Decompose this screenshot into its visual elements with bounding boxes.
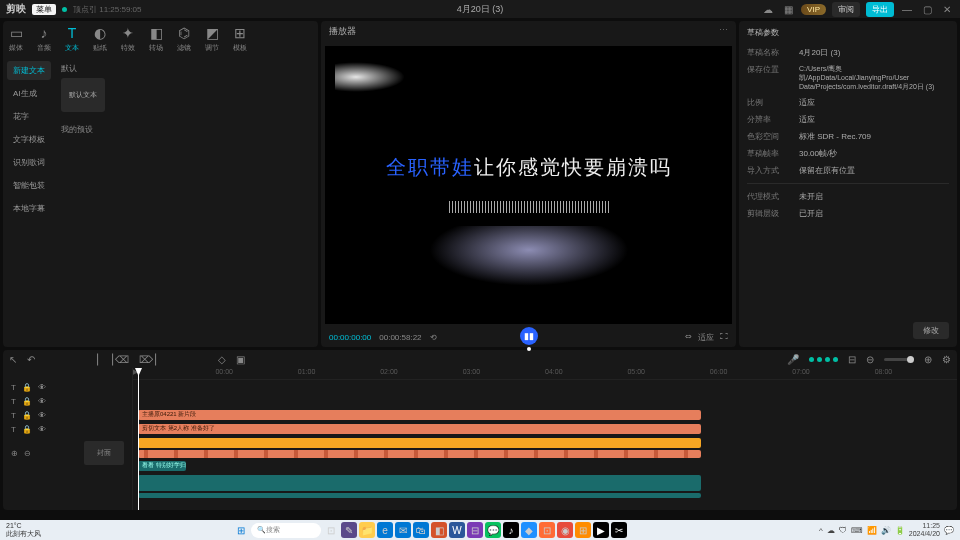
app-icon[interactable]: ⊟: [467, 522, 483, 538]
tab-audio[interactable]: ♪音频: [37, 25, 51, 53]
zoom-out-icon[interactable]: ⊖: [866, 354, 874, 365]
wechat-icon[interactable]: 💬: [485, 522, 501, 538]
app-logo: 剪映: [6, 2, 26, 16]
menu-button[interactable]: 菜单: [32, 4, 56, 15]
clip-audio-main[interactable]: [138, 493, 701, 498]
clip-markers[interactable]: [138, 450, 701, 458]
undo-icon[interactable]: ↶: [27, 354, 35, 365]
clip-sticker[interactable]: [138, 438, 701, 448]
prop-row: 色彩空间标准 SDR - Rec.709: [747, 128, 949, 145]
clip-text-1[interactable]: 主播原04221 新片段: [138, 410, 701, 420]
sidebar-item-newtext[interactable]: 新建文本: [7, 61, 51, 80]
sidebar-item-lyrics[interactable]: 识别歌词: [7, 153, 51, 172]
taskbar-search[interactable]: 🔍 搜索: [251, 523, 321, 538]
zoom-in-icon[interactable]: ⊕: [924, 354, 932, 365]
timeline-tracks[interactable]: ▶00:0001:0002:0003:0004:0005:0006:0007:0…: [133, 368, 957, 510]
tab-effect[interactable]: ✦特效: [121, 25, 135, 53]
chevron-up-icon[interactable]: ^: [819, 526, 823, 535]
minimize-icon[interactable]: —: [900, 2, 914, 16]
tab-transition[interactable]: ◧转场: [149, 25, 163, 53]
divider: [747, 183, 949, 184]
export-button[interactable]: 导出: [866, 2, 894, 17]
playhead[interactable]: [138, 368, 139, 510]
edge-icon[interactable]: e: [377, 522, 393, 538]
effect-icon: ✦: [122, 25, 134, 41]
playback-controls: 00:00:00:00 00:00:58:22 ⟲ ▮▮ ⇔ 适应 ⛶: [321, 328, 736, 347]
app-icon[interactable]: ◆: [521, 522, 537, 538]
scale-button[interactable]: 适应: [698, 332, 714, 343]
system-tray[interactable]: ^ ☁ 🛡 ⌨📶🔊🔋 11:252024/4/20 💬: [819, 522, 954, 538]
jianying-icon[interactable]: ✂: [611, 522, 627, 538]
fullscreen-icon[interactable]: ⛶: [720, 332, 728, 343]
security-icon[interactable]: 🛡: [839, 526, 847, 535]
review-button[interactable]: 审阅: [832, 2, 860, 17]
modify-button[interactable]: 修改: [913, 322, 949, 339]
cloud-icon[interactable]: ☁: [761, 2, 775, 16]
tab-adjust[interactable]: ◩调节: [205, 25, 219, 53]
template-icon: ⊞: [234, 25, 246, 41]
compare-icon[interactable]: ⇔: [685, 332, 692, 343]
split-right-icon[interactable]: ⌦⎮: [139, 354, 158, 365]
freeze-icon[interactable]: ◇: [218, 354, 226, 365]
sidebar-item-smart[interactable]: 智能包装: [7, 176, 51, 195]
zoom-slider[interactable]: [884, 358, 914, 361]
video-content: [335, 62, 405, 92]
app-icon[interactable]: ⊡: [539, 522, 555, 538]
app-icon[interactable]: ✎: [341, 522, 357, 538]
track-header[interactable]: T 🔒👁: [7, 422, 128, 436]
preview-viewport[interactable]: 全职带娃让你感觉快要崩溃吗: [325, 46, 732, 324]
select-tool-icon[interactable]: ↖: [9, 354, 17, 365]
properties-title: 草稿参数: [747, 25, 949, 44]
tab-filter[interactable]: ⌬滤镜: [177, 25, 191, 53]
clip-text-2[interactable]: 剪切文本 第2人称 准备好了: [138, 424, 701, 434]
cloud-tray-icon[interactable]: ☁: [827, 526, 835, 535]
douyin-icon[interactable]: ♪: [503, 522, 519, 538]
auto-toggles[interactable]: [809, 357, 838, 362]
tab-text[interactable]: T文本: [65, 25, 79, 53]
play-button[interactable]: ▮▮: [520, 327, 538, 345]
crop-icon[interactable]: ▣: [236, 354, 245, 365]
sidebar-item-ai[interactable]: AI生成: [7, 84, 51, 103]
tab-sticker[interactable]: ◐贴纸: [93, 25, 107, 53]
track-header[interactable]: T 🔒👁: [7, 394, 128, 408]
store-icon[interactable]: 🛍: [413, 522, 429, 538]
app-icon[interactable]: ⊞: [575, 522, 591, 538]
asset-default-text[interactable]: 默认文本: [61, 78, 105, 112]
split-left-icon[interactable]: ⎮⌫: [110, 354, 129, 365]
time-ruler[interactable]: ▶00:0001:0002:0003:0004:0005:0006:0007:0…: [133, 368, 957, 380]
mail-icon[interactable]: ✉: [395, 522, 411, 538]
cover-track-header[interactable]: ⊕⊖ 封面: [7, 446, 128, 460]
sidebar-item-template[interactable]: 文字模板: [7, 130, 51, 149]
split-icon[interactable]: ⎮: [95, 354, 100, 365]
vip-badge[interactable]: VIP: [801, 4, 826, 15]
maximize-icon[interactable]: ▢: [920, 2, 934, 16]
app-icon[interactable]: ▶: [593, 522, 609, 538]
sidebar-item-fancy[interactable]: 花字: [7, 107, 51, 126]
word-icon[interactable]: W: [449, 522, 465, 538]
app-icon[interactable]: ◉: [557, 522, 573, 538]
layout-icon[interactable]: ▦: [781, 2, 795, 16]
taskview-icon[interactable]: ⊡: [323, 522, 339, 538]
preview-menu-icon[interactable]: ⋯: [719, 25, 728, 38]
mic-icon[interactable]: 🎤: [787, 354, 799, 365]
start-icon[interactable]: ⊞: [233, 522, 249, 538]
current-time: 00:00:00:00: [329, 333, 371, 342]
sidebar-item-local[interactable]: 本地字幕: [7, 199, 51, 218]
settings-icon[interactable]: ⚙: [942, 354, 951, 365]
clip-video-main[interactable]: [138, 475, 701, 491]
weather-widget[interactable]: 21°C此刻有大风: [6, 522, 41, 538]
asset-group-label-2: 我的预设: [61, 124, 312, 135]
track-header[interactable]: T 🔒👁: [7, 380, 128, 394]
align-icon[interactable]: ⊟: [848, 354, 856, 365]
clock[interactable]: 11:252024/4/20: [909, 522, 940, 538]
clip-audio-short[interactable]: 看看 特别好学归: [138, 461, 186, 471]
notifications-icon[interactable]: 💬: [944, 526, 954, 535]
explorer-icon[interactable]: 📁: [359, 522, 375, 538]
loop-icon[interactable]: ⟲: [430, 333, 437, 342]
tab-template[interactable]: ⊞模板: [233, 25, 247, 53]
app-icon[interactable]: ◧: [431, 522, 447, 538]
tab-media[interactable]: ▭媒体: [9, 25, 23, 53]
close-icon[interactable]: ✕: [940, 2, 954, 16]
track-header[interactable]: T 🔒👁: [7, 408, 128, 422]
cover-thumb[interactable]: 封面: [84, 441, 124, 465]
